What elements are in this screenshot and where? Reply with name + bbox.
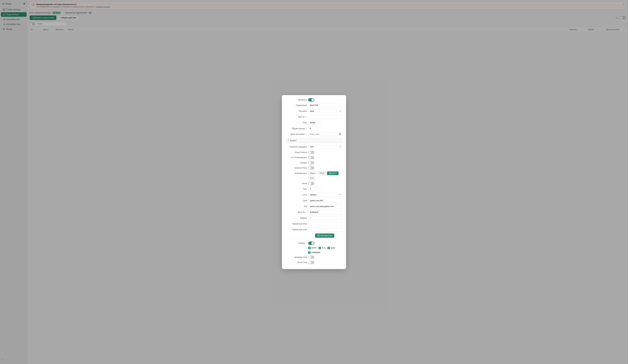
fakedns-label: FAKEDNS (312, 251, 320, 254)
show-toggle[interactable] (308, 182, 314, 185)
security-tab-reality[interactable]: REALITY (327, 171, 339, 175)
public-key-row: Публичный ключ (286, 228, 342, 232)
security-tab-tls[interactable]: TLS (308, 176, 315, 180)
metadata-only-label: Metadata Only (286, 256, 307, 258)
utls-select[interactable]: random (308, 193, 342, 197)
xver-label: Xver (286, 188, 307, 190)
port-ip-info-icon: ⓘ (305, 116, 307, 118)
tls-checkbox[interactable] (318, 247, 321, 249)
sniffing-row: Sniffing ⓘ (286, 242, 342, 245)
http-checkbox[interactable] (308, 247, 311, 249)
expiry-label: Дата окончания ⓘ (286, 133, 307, 136)
http-label: HTTP (312, 247, 316, 249)
private-key-label: Приватный ключ (286, 223, 307, 225)
sockopt-toggle[interactable] (308, 161, 314, 164)
xver-row: Xver (286, 187, 342, 191)
dest-label: Dest (286, 200, 307, 202)
client-section-header[interactable]: Клиент (286, 138, 342, 143)
expiry-input[interactable] (310, 133, 338, 135)
external-proxy-row: External Proxy (286, 166, 342, 170)
route-only-row: Route Only (286, 261, 342, 264)
modal-dialog: Включить Примечание Протокол vless Порт … (282, 95, 346, 269)
public-key-input[interactable] (308, 228, 342, 232)
security-tabs-row: Пусто XTLS REALITY (308, 171, 342, 175)
xver-input[interactable] (308, 187, 320, 191)
private-key-row: Приватный ключ (286, 222, 342, 226)
port-input[interactable] (308, 121, 320, 125)
quic-checkbox[interactable] (327, 247, 330, 249)
dest-input[interactable] (308, 199, 342, 203)
sni-row: SNI (286, 205, 342, 209)
calendar-icon[interactable]: 📅 (339, 133, 341, 136)
sniff-checkboxes: HTTP TLS QUIC (308, 247, 342, 254)
security-tls-row: TLS (308, 176, 342, 180)
sni-label: SNI (286, 205, 307, 208)
http-mask-label: HTTP Маскировка (286, 156, 307, 159)
enable-row: Включить (286, 98, 342, 102)
tls-label: TLS (322, 247, 325, 249)
proxy-protocol-row: Proxy Protocol (286, 151, 342, 154)
sniff-fakedns: FAKEDNS (308, 251, 320, 254)
client-section-label: Клиент (290, 140, 297, 142)
port-ip-label: Порт IP ⓘ (286, 116, 307, 118)
total-info-icon: ⓘ (305, 127, 307, 130)
protocol-select[interactable]: vless (308, 109, 342, 113)
sniffing-label: Sniffing ⓘ (286, 242, 307, 244)
protocol-row: Протокол vless (286, 109, 342, 113)
short-id-refresh-icon[interactable] (305, 211, 307, 213)
route-only-toggle[interactable] (308, 261, 314, 264)
security-label: Безопасность (286, 171, 307, 174)
svg-rect-8 (318, 235, 319, 236)
short-id-input[interactable] (308, 210, 342, 214)
expiry-info-icon: ⓘ (305, 133, 307, 136)
cert-icon (317, 234, 319, 236)
private-key-input[interactable] (308, 222, 342, 226)
spiderx-label: SpiderX (286, 217, 307, 219)
sniff-quic: QUIC (327, 247, 335, 249)
fakedns-checkbox[interactable] (308, 251, 311, 254)
spiderx-row: SpiderX (286, 216, 342, 220)
transport-label: Протокол передачи (286, 146, 307, 148)
sockopt-row: Sockopt (286, 161, 342, 164)
short-id-row: Short ID (286, 210, 342, 214)
enable-label: Включить (286, 99, 307, 101)
proxy-protocol-toggle[interactable] (308, 151, 314, 154)
show-row: Show (286, 182, 342, 185)
enable-toggle[interactable] (308, 98, 314, 102)
sniffing-info-icon: ⓘ (305, 242, 307, 244)
spiderx-input[interactable] (308, 216, 342, 220)
external-proxy-toggle[interactable] (308, 166, 314, 170)
security-tab-empty[interactable]: Пусто (308, 171, 317, 175)
chevron-right-icon (287, 140, 289, 141)
transport-select[interactable]: TCP (308, 145, 342, 149)
note-label: Примечание (286, 104, 307, 106)
total-row: Общий расход ⓘ (286, 127, 342, 131)
sniff-http: HTTP (308, 247, 316, 249)
proxy-protocol-label: Proxy Protocol (286, 151, 307, 153)
security-tabs-container: Пусто XTLS REALITY TLS (308, 171, 342, 180)
sni-input[interactable] (308, 205, 342, 209)
sniffing-toggle[interactable] (308, 242, 314, 245)
public-key-label: Публичный ключ (286, 228, 307, 231)
expiry-row: Дата окончания ⓘ 📅 (286, 132, 342, 136)
http-mask-row: HTTP Маскировка (286, 156, 342, 159)
modal-overlay: Включить Примечание Протокол vless Порт … (0, 0, 628, 364)
sockopt-label: Sockopt (286, 162, 307, 164)
get-cert-button[interactable]: Get New Cert (315, 233, 334, 238)
short-id-label: Short ID (286, 211, 307, 213)
total-input[interactable] (308, 127, 320, 131)
note-row: Примечание (286, 103, 342, 107)
cert-row: Get New Cert (307, 233, 342, 238)
metadata-only-toggle[interactable] (308, 256, 314, 259)
port-ip-input[interactable] (308, 115, 342, 119)
quic-label: QUIC (331, 247, 335, 249)
security-row: Безопасность Пусто XTLS REALITY TLS (286, 171, 342, 180)
sniff-tls: TLS (318, 247, 325, 249)
utls-label: uTLS (286, 194, 307, 196)
note-input[interactable] (308, 103, 342, 107)
security-tab-xtls[interactable]: XTLS (318, 171, 326, 175)
total-label: Общий расход ⓘ (286, 127, 307, 130)
protocol-label: Протокол (286, 110, 307, 112)
show-label: Show (286, 182, 307, 185)
http-mask-toggle[interactable] (308, 156, 314, 159)
